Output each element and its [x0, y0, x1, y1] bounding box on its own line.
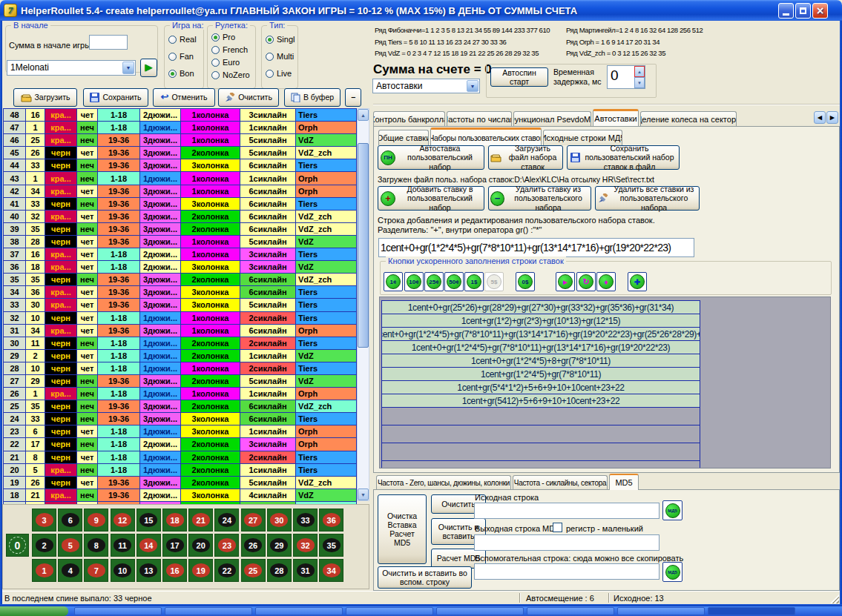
table-row[interactable]: 3828чернчет19-363дюжи...1колонка5сиклайн…	[4, 236, 357, 248]
md5-calc-aux-button[interactable]: МД5	[662, 562, 683, 582]
table-row[interactable]: 2217черннеч1-182дюжи...2колонка3сиклайнO…	[4, 438, 357, 451]
board-cell-4[interactable]: 4	[58, 559, 82, 582]
spin-up-icon[interactable]: ▲	[634, 66, 645, 77]
board-cell-31[interactable]: 31	[293, 559, 318, 582]
board-cell-8[interactable]: 8	[84, 534, 108, 557]
taskbar-item[interactable]	[346, 607, 433, 615]
table-row[interactable]: 2810чернчет1-181дюжи...1колонка2сиклайнT…	[4, 362, 357, 375]
table-row[interactable]: 292чернчет1-181дюжи...2колонка1сиклайнVd…	[4, 350, 357, 362]
board-cell-5[interactable]: 5	[58, 534, 82, 557]
table-row[interactable]: 261кра...неч1-181дюжи...1колонка1сиклайн…	[4, 388, 357, 400]
radio-euro[interactable]: Euro	[211, 58, 240, 67]
radio-nozero[interactable]: NoZero	[211, 70, 250, 79]
spin-down-icon[interactable]: ▼	[634, 77, 645, 88]
tab-autostakes[interactable]: Автоставки	[593, 109, 639, 126]
coin-button-10c[interactable]: 10¢	[404, 272, 424, 291]
board-cell-2[interactable]: 2	[32, 534, 56, 557]
md5-clear-paste-aux-button[interactable]: Очистить и вставить во вспом. строку	[378, 566, 472, 589]
history-scrollbar[interactable]: ▲ ▼	[357, 108, 369, 501]
table-row[interactable]: 218чернчет1-181дюжи...2колонка2сиклайнTi…	[4, 451, 357, 464]
remove-all-stakes-button[interactable]: Удалить все ставки из пользовательского …	[595, 186, 700, 211]
board-cell-0[interactable]: 0	[6, 534, 29, 557]
profile-combo[interactable]: 1Melonati ▼	[7, 60, 136, 76]
scrollbar-thumb[interactable]	[358, 143, 369, 348]
board-cell-34[interactable]: 34	[319, 559, 343, 582]
table-row[interactable]: 3330кра...чет19-363дюжи...3колонка5сикла…	[4, 299, 357, 311]
close-button[interactable]: ×	[812, 3, 828, 19]
scroll-up-icon[interactable]: ▲	[358, 109, 369, 121]
quick-wheel-button[interactable]: ✚	[628, 272, 647, 291]
board-cell-17[interactable]: 17	[162, 534, 187, 557]
table-row[interactable]: 3618кра...чет1-182дюжи...3колонка3сиклай…	[4, 261, 357, 274]
radio-multi[interactable]: Multi	[266, 52, 294, 61]
chevron-down-icon[interactable]: ▼	[122, 62, 134, 74]
board-cell-28[interactable]: 28	[267, 559, 292, 582]
table-row[interactable]: 4032кра...чет19-363дюжи...2колонка6сикла…	[4, 211, 357, 223]
board-cell-24[interactable]: 24	[214, 509, 239, 531]
tab-md5-source-strings[interactable]: Исходные строки МД5	[543, 130, 622, 145]
coin-button-1c[interactable]: 1¢	[384, 272, 403, 291]
board-cell-29[interactable]: 29	[267, 534, 292, 557]
start-button[interactable]	[0, 606, 68, 616]
board-cell-25[interactable]: 25	[241, 559, 266, 582]
board-cell-13[interactable]: 13	[137, 559, 161, 582]
quick-special-button[interactable]: ♦	[596, 272, 616, 291]
chevron-down-icon[interactable]: ▼	[467, 80, 478, 92]
md5-out-input[interactable]	[474, 534, 660, 551]
board-cell-35[interactable]: 35	[319, 534, 343, 557]
board-cell-11[interactable]: 11	[111, 534, 135, 557]
table-row[interactable]: 2433черннеч19-363дюжи...3колонка6сиклайн…	[4, 413, 357, 425]
taskbar-item[interactable]	[255, 607, 343, 615]
taskbar-item[interactable]	[617, 607, 705, 615]
board-cell-30[interactable]: 30	[267, 509, 292, 531]
table-row[interactable]: 4234кра...чет19-363дюжи...1колонка6сикла…	[4, 185, 357, 198]
tab-freq-sixlines-sectors[interactable]: Частота - сиклайны, сектора	[513, 475, 608, 490]
coin-button-1d[interactable]: 1$	[464, 272, 484, 291]
bet-string-row[interactable]: 1cent+0+gr(1*2*4*5)+gr(7*8*10*11)+gr(13*…	[382, 328, 700, 341]
bet-string-row[interactable]: 1cent+gr(5*4*1*2)+5+6+9+10+10cent+23+22	[382, 381, 700, 394]
table-row[interactable]: 3210чернчет1-181дюжи...1колонка2сиклайнT…	[4, 312, 357, 325]
board-cell-15[interactable]: 15	[137, 509, 161, 531]
board-cell-6[interactable]: 6	[58, 509, 82, 531]
radio-bon[interactable]: Bon	[168, 69, 194, 78]
md5-clear-paste-calc-button[interactable]: Очистка Вставка Расчет MD5	[378, 494, 427, 564]
table-row[interactable]: 4133черннеч19-363дюжи...3колонка6сиклайн…	[4, 198, 357, 211]
table-row[interactable]: 4433черннеч19-363дюжи...3колонка6сиклайн…	[4, 159, 357, 172]
board-cell-36[interactable]: 36	[319, 509, 343, 531]
autospin-start-button[interactable]: Автоспин старт	[490, 67, 548, 87]
bet-string-row[interactable]: 1cent+gr(5412)+5+6+9+10+10cent+23+22	[382, 394, 700, 408]
taskbar-item[interactable]	[74, 607, 162, 615]
save-button[interactable]: Сохранить	[83, 88, 148, 107]
board-cell-16[interactable]: 16	[162, 559, 187, 582]
radio-live[interactable]: Live	[266, 69, 292, 78]
board-cell-22[interactable]: 22	[214, 559, 239, 582]
taskbar-item[interactable]	[165, 607, 252, 615]
board-cell-10[interactable]: 10	[111, 559, 135, 582]
bet-string-row[interactable]: 1cent+0+gr(1*2*4*5)+gr(7*8*10*11)+gr(13*…	[382, 341, 700, 354]
taskbar-item[interactable]	[527, 607, 614, 615]
table-row[interactable]: 4526чернчет19-363дюжи...2колонка5сиклайн…	[4, 147, 357, 159]
md5-aux-input[interactable]	[474, 563, 660, 580]
tab-scroll-left-icon[interactable]: ◄	[814, 111, 826, 124]
table-row[interactable]: 3011черннеч1-181дюжи...2колонка2сиклайнT…	[4, 337, 357, 350]
md5-calc-source-button[interactable]: МД5	[662, 500, 683, 520]
remove-stake-button[interactable]: − Удалить ставку из пользовательского на…	[488, 186, 591, 211]
tab-number-frequencies[interactable]: Частоты по числам	[447, 111, 512, 126]
board-cell-26[interactable]: 26	[241, 534, 266, 557]
board-cell-19[interactable]: 19	[188, 559, 213, 582]
to-clipboard-button[interactable]: В буфер	[284, 88, 341, 107]
play-profile-button[interactable]: ▶	[140, 59, 157, 77]
autostake-set-button[interactable]: ПН Автоставка пользовательский набор	[378, 145, 484, 170]
clear-button[interactable]: Очистить	[218, 88, 279, 107]
board-cell-33[interactable]: 33	[293, 509, 318, 531]
tab-freq-zero-chances[interactable]: Частота - Zero, шансы, дюжины, колонки	[376, 475, 511, 490]
radio-pro[interactable]: Pro	[211, 33, 235, 42]
board-cell-32[interactable]: 32	[293, 534, 318, 557]
coin-button-25c[interactable]: 25¢	[424, 272, 444, 291]
scroll-down-icon[interactable]: ▼	[358, 489, 369, 500]
load-button[interactable]: Загрузить	[13, 88, 77, 107]
table-row[interactable]: 205кра...неч1-181дюжи...2колонка1сиклайн…	[4, 464, 357, 477]
table-row[interactable]: 471кра...неч1-181дюжи...1колонка1сиклайн…	[4, 122, 357, 134]
board-cell-12[interactable]: 12	[111, 509, 135, 531]
board-cell-3[interactable]: 3	[32, 509, 56, 531]
